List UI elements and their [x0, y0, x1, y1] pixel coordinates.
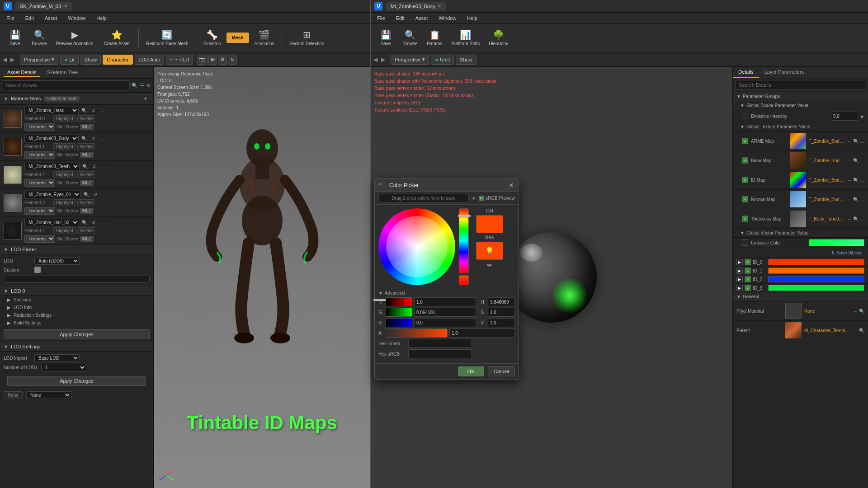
sat-cursor[interactable]: [373, 299, 386, 301]
lod-settings-header[interactable]: ▼ LOD Settings: [0, 342, 153, 352]
cp-cancel-button[interactable]: Cancel: [488, 366, 515, 376]
id2-expand[interactable]: ▶: [736, 276, 743, 282]
preview-animation-button[interactable]: ▶ Preview Animation: [52, 28, 97, 48]
material-name-dropdown-4[interactable]: MI_Zombie_Hair_02: [24, 219, 79, 226]
right-vp-arrow-right[interactable]: ▶: [381, 56, 385, 63]
material-name-dropdown-2[interactable]: MI_Zombie03_Teeth: [24, 163, 80, 170]
textures-dropdown-1[interactable]: Textures: [24, 151, 55, 159]
id-more[interactable]: …: [860, 178, 864, 183]
parent-browse[interactable]: 🔍: [859, 328, 864, 333]
lod-picker-header[interactable]: ▼ LOD Picker: [0, 245, 153, 254]
thickness-back[interactable]: ←: [847, 216, 852, 221]
cp-old-color[interactable]: [476, 215, 503, 233]
vp-camera-icon[interactable]: 📷: [197, 55, 208, 65]
id0-expand[interactable]: ▶: [736, 259, 743, 265]
highlight-btn-0[interactable]: Highlight: [53, 115, 75, 122]
id2-swatch[interactable]: [768, 276, 864, 282]
perspective-btn-left[interactable]: Perspective ▾: [20, 55, 58, 65]
scale-btn[interactable]: ⟺ ×1.0: [166, 55, 193, 65]
thickness-checkbox[interactable]: ✓: [742, 216, 748, 222]
filter-icon[interactable]: ⚙: [146, 83, 151, 89]
cp-hex-linear-input[interactable]: FF1000FF: [408, 339, 472, 348]
arme-back[interactable]: ←: [847, 139, 852, 144]
normal-more[interactable]: …: [860, 197, 864, 202]
perspective-btn-right[interactable]: Perspective ▾: [391, 55, 429, 65]
reimport-button[interactable]: 🔄 Reimport Base Mesh: [142, 28, 192, 48]
save-button[interactable]: 💾 Save: [4, 28, 26, 48]
skeleton-tab-btn[interactable]: 🦴 Skeleton: [200, 28, 225, 48]
hue-bar[interactable]: [459, 208, 469, 273]
vp-arrow-right[interactable]: ▶: [10, 56, 14, 63]
character-btn[interactable]: Character: [103, 55, 132, 65]
mat-more-0[interactable]: …: [99, 107, 106, 114]
emissive-checkbox[interactable]: [742, 113, 748, 119]
mat-browse-2[interactable]: 🔍: [81, 163, 89, 170]
id0-swatch[interactable]: [768, 259, 864, 265]
cp-a-input[interactable]: 1.0: [449, 328, 515, 338]
mat-reset-1[interactable]: ↺: [90, 135, 97, 142]
cp-advanced-header[interactable]: ▼ Advanced: [378, 289, 515, 297]
skeleton-tree-tab[interactable]: Skeleton Tree: [43, 69, 81, 77]
menu-help[interactable]: Help: [94, 14, 109, 22]
thickness-more[interactable]: …: [860, 216, 864, 221]
lod-slider[interactable]: [4, 276, 150, 283]
mat-browse-1[interactable]: 🔍: [80, 135, 88, 142]
emissive-color-swatch[interactable]: [809, 239, 865, 246]
cp-new-color[interactable]: 💡: [476, 242, 503, 260]
global-vector-header[interactable]: ▼ Global Vector Parameter Value: [733, 229, 868, 238]
cp-close-btn[interactable]: ✕: [509, 182, 514, 189]
isolate-btn-4[interactable]: Isolate: [77, 227, 95, 234]
parent-back[interactable]: ←: [853, 328, 858, 333]
cp-b-bar[interactable]: [386, 318, 412, 327]
cp-ok-button[interactable]: OK: [458, 366, 484, 376]
details-search-input[interactable]: [736, 80, 865, 90]
isolate-btn-0[interactable]: Isolate: [77, 115, 95, 122]
id-browse[interactable]: 🔍: [853, 178, 859, 183]
color-wheel-container[interactable]: [378, 208, 455, 285]
base-more[interactable]: …: [860, 158, 864, 163]
cp-hex-srgb-input[interactable]: FF4700FF: [408, 349, 472, 358]
material-name-dropdown-3[interactable]: MI_Zombie_Eyes_01: [24, 191, 81, 198]
id2-checkbox[interactable]: ✓: [745, 276, 751, 282]
right-menu-file[interactable]: File: [374, 14, 388, 22]
mat-browse-4[interactable]: 🔍: [81, 219, 88, 226]
hue-cursor[interactable]: [458, 215, 471, 217]
menu-asset[interactable]: Asset: [42, 14, 60, 22]
param-groups-header[interactable]: ▼ Parameter Groups: [733, 92, 868, 101]
mat-browse-3[interactable]: 🔍: [83, 191, 90, 198]
sections-item[interactable]: ▶ Sections: [0, 296, 153, 304]
list-view-icon[interactable]: ☰: [140, 83, 144, 89]
color-wheel[interactable]: [378, 208, 455, 285]
mat-browse-0[interactable]: 🔍: [80, 107, 88, 114]
vp-settings-icon[interactable]: ⚙: [218, 55, 227, 65]
mat-more-2[interactable]: …: [99, 163, 107, 170]
reduction-settings-item[interactable]: ▶ Reduction Settings: [0, 311, 153, 319]
material-name-dropdown-0[interactable]: MI_Zombie_Head: [24, 107, 79, 114]
saturation-bar[interactable]: [459, 275, 469, 285]
mat-reset-3[interactable]: ↺: [92, 191, 99, 198]
menu-window[interactable]: Window: [65, 14, 88, 22]
lod-import-dropdown[interactable]: Base LOD: [34, 354, 80, 362]
normal-checkbox[interactable]: ✓: [742, 196, 748, 202]
wheel-cursor[interactable]: [422, 246, 427, 250]
cp-r-input[interactable]: 1.0: [414, 297, 476, 306]
highlight-btn-2[interactable]: Highlight: [53, 171, 75, 178]
lod-auto-dropdown[interactable]: Auto (LOD0): [34, 257, 80, 265]
none-dropdown[interactable]: None: [26, 391, 71, 399]
right-menu-help[interactable]: Help: [464, 14, 480, 22]
material-name-dropdown-1[interactable]: MI_Zombie03_Body: [24, 135, 79, 142]
search-input[interactable]: [3, 80, 130, 90]
right-menu-edit[interactable]: Edit: [393, 14, 407, 22]
menu-edit[interactable]: Edit: [23, 14, 37, 22]
custom-color-box[interactable]: [34, 267, 41, 273]
textures-dropdown-4[interactable]: Textures: [24, 235, 55, 243]
cp-r-bar[interactable]: [386, 297, 412, 306]
details-tab[interactable]: Details: [733, 67, 759, 78]
thickness-browse[interactable]: 🔍: [853, 216, 859, 221]
lod0-header[interactable]: ▼ LOD 0: [0, 286, 153, 296]
phys-back[interactable]: ←: [853, 309, 858, 314]
lit-btn[interactable]: ● Lit: [60, 55, 78, 65]
id-checkbox[interactable]: ✓: [742, 177, 748, 183]
show-btn-right[interactable]: Show: [456, 55, 476, 65]
material-slots-header[interactable]: ▼ Material Slots 5 Material Slots +: [0, 93, 153, 105]
